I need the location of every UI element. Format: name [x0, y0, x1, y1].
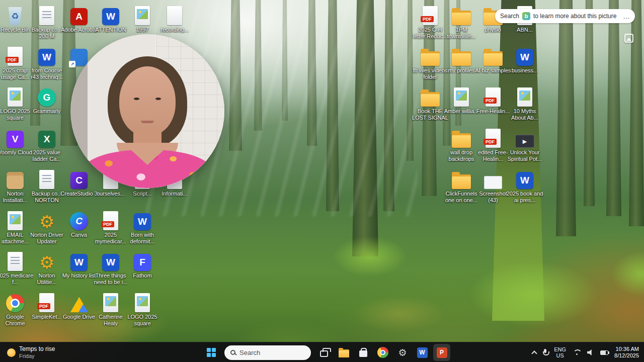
folder-icon [421, 51, 440, 66]
folder-icon [421, 92, 440, 107]
spotlight-more-button[interactable]: … [623, 12, 630, 20]
desktop-icon[interactable]: W2025 book and ai pres... [506, 168, 543, 204]
language-line1: ENG [554, 346, 566, 352]
desktop-icon-label: Backup co... 200 M [28, 27, 65, 40]
pdf-icon: PDF [486, 129, 501, 148]
pdf-icon: PDF [423, 6, 438, 25]
canva-icon: C [70, 212, 88, 230]
taskbar-clock[interactable]: 10:36 AM 8/12/2025 [614, 346, 641, 359]
weather-headline: Temps to rise [19, 346, 55, 353]
file-icon [167, 6, 182, 25]
desktop-icon[interactable]: FFathom [124, 250, 161, 279]
taskbar-app-settings[interactable]: ⚙ [394, 344, 411, 361]
desktop-icon[interactable]: Wbusiness... [506, 45, 543, 74]
mic-icon[interactable] [542, 349, 548, 356]
person-eye [155, 98, 161, 100]
word-icon: W [134, 213, 151, 230]
gear-icon: ⚙ [39, 254, 54, 271]
person-mouth [141, 121, 154, 123]
taskbar-app-file-explorer[interactable] [335, 344, 352, 361]
folder-icon [484, 51, 503, 66]
folder-icon [452, 11, 471, 25]
desktop-icon[interactable]: Backup co... NORTON [28, 168, 65, 204]
desktop-icon-label: 2025 book and ai pres... [506, 191, 543, 204]
chrome-icon [377, 347, 388, 358]
spotlight-search-prefix: Search [500, 13, 519, 20]
desktop-icon-label: Script... [124, 191, 161, 197]
desktop-icon-label: Grammarly [28, 108, 65, 115]
word-icon: W [102, 254, 119, 271]
image-icon [454, 87, 469, 107]
taskbar-search[interactable]: Search [224, 345, 311, 360]
desktop: ♻Recycle BinBackup co... 200 MAAdobe Acr… [0, 0, 644, 362]
image-icon [517, 87, 532, 107]
desktop-icon[interactable]: 10 Myths About Ab... [506, 85, 543, 121]
chrome-icon [6, 294, 24, 312]
desktop-icon-label: Unlock Your Spiritual Pot... [506, 149, 543, 162]
taskbar-app-chrome[interactable] [374, 344, 391, 361]
desktop-icon-label: Fathom [124, 273, 161, 279]
webcam-overlay [70, 34, 224, 188]
folder-icon [452, 174, 471, 189]
desktop-icon[interactable]: ▶Unlock Your Spiritual Pot... [506, 127, 543, 162]
desktop-icon[interactable]: LOGO 2025 square BACK... [124, 291, 161, 328]
desktop-icon-label: Norton Utilitie... [28, 273, 65, 286]
desktop-icon-label: business... [506, 67, 543, 74]
start-button[interactable] [203, 344, 220, 361]
battery-icon[interactable] [600, 350, 608, 355]
google-drive-icon [70, 297, 88, 312]
wifi-icon[interactable] [572, 349, 581, 356]
image-icon [103, 293, 118, 312]
desktop-icon-label: Norton Driver Updater [28, 232, 65, 245]
desktop-icon[interactable]: Wfrom Course r43 techniq... [28, 45, 65, 80]
desktop-icon[interactable]: PDFSimpleKet... [28, 291, 65, 320]
grammarly-icon: G [38, 88, 56, 107]
pdf-icon: PDF [8, 47, 23, 66]
desktop-icon[interactable]: X2025 value ladder Ca... [28, 127, 65, 162]
word-icon: W [516, 49, 533, 66]
volume-icon[interactable] [587, 349, 594, 355]
settings-icon: ⚙ [398, 348, 407, 357]
word-icon: W [70, 254, 88, 271]
weather-subline: Friday [19, 353, 55, 359]
installer-icon [7, 172, 24, 189]
spotlight-picture-icon[interactable] [624, 34, 633, 43]
clock-time: 10:36 AM [616, 346, 639, 352]
desktop-icon-label: recording... [156, 27, 193, 33]
taskbar-app-task-view[interactable] [315, 344, 333, 361]
taskbar-app-store[interactable] [355, 344, 372, 361]
search-icon [230, 350, 235, 355]
desktop-icon-label: 2025 value ladder Ca... [28, 149, 65, 162]
desktop-icon-label: 1997 [124, 27, 161, 33]
document-icon [8, 252, 23, 271]
desktop-icon-label: Backup co... NORTON [28, 191, 65, 204]
desktop-icon[interactable]: ⚙Norton Utilitie... [28, 250, 65, 286]
desktop-icon[interactable]: 1997 [124, 4, 161, 33]
taskbar-app-powerpoint[interactable]: P [433, 344, 450, 361]
bing-icon: b [522, 12, 530, 20]
recycle-bin-icon: ♻ [8, 7, 23, 25]
createstudio-icon: C [70, 172, 88, 189]
spotlight-search-bar[interactable]: Search b to learn more about this pictur… [495, 9, 635, 23]
weather-widget[interactable]: Temps to rise Friday [4, 342, 58, 362]
language-indicator[interactable]: ENG US [554, 346, 566, 358]
desktop-icon-label: SimpleKet... [28, 314, 65, 320]
desktop-icon[interactable]: recording... [156, 4, 193, 33]
image-icon [8, 211, 23, 230]
weather-icon [7, 348, 16, 357]
person-eye [134, 98, 139, 100]
desktop-icon[interactable]: GGrammarly [28, 85, 65, 115]
desktop-icon[interactable]: Backup co... 200 M [28, 4, 65, 40]
task-view-icon [320, 350, 328, 357]
folder-icon [452, 51, 471, 66]
pdf-icon: PDF [39, 293, 54, 312]
acrobat-icon: A [70, 8, 88, 25]
taskbar-app-word[interactable]: W [414, 344, 431, 361]
desktop-icon[interactable]: WBorn with deformit... [124, 209, 161, 245]
powerpoint-icon: P [437, 347, 447, 358]
desktop-icon-label: LOGO 2025 square BACK... [124, 314, 161, 328]
document-icon [39, 170, 54, 189]
image-icon [135, 6, 150, 25]
chevron-up-icon[interactable] [532, 350, 537, 356]
desktop-icon[interactable]: ⚙Norton Driver Updater [28, 209, 65, 245]
